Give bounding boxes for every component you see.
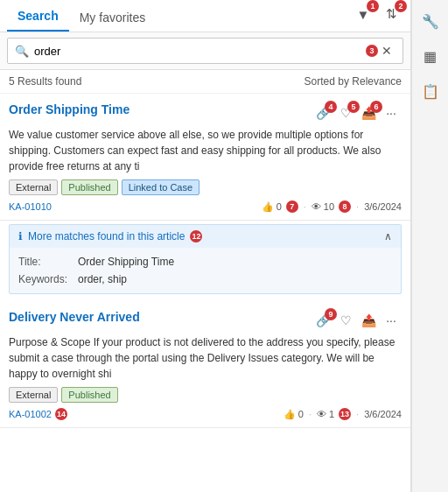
tabs-bar: Search My favorites ▼ 1 ⇅ 2 <box>0 0 410 32</box>
eye-icon-2: 👁 <box>317 409 326 419</box>
article-tags-2: External Published <box>9 387 402 403</box>
stat-likes-1: 👍 0 7 <box>262 200 298 213</box>
tab-favorites[interactable]: My favorites <box>69 2 156 32</box>
match-label-keywords: Keywords: <box>18 273 71 285</box>
article-body-2: Purpose & Scope If your product is not d… <box>9 334 402 382</box>
article-header-2: Delivery Never Arrived 🔗 9 ♡ 📤 ··· <box>9 310 402 331</box>
filter-badge: 1 <box>367 0 379 12</box>
match-value-keywords: order, ship <box>78 273 127 285</box>
article-footer-2: KA-01002 14 👍 0 · 👁 1 13 · 3/6/2024 <box>9 408 402 420</box>
article-like-icon-2[interactable]: ♡ <box>335 310 356 331</box>
chevron-up-icon: ∧ <box>384 230 392 242</box>
info-icon: ℹ <box>18 230 23 242</box>
article-actions-2: 🔗 9 ♡ 📤 ··· <box>312 310 402 331</box>
article-id-2[interactable]: KA-01002 <box>9 409 52 419</box>
article-date-1: 3/6/2024 <box>364 201 402 212</box>
sort-badge: 2 <box>395 0 407 12</box>
wrench-icon: 🔧 <box>422 13 439 30</box>
article-card-1: Order Shipping Time 🔗 4 ♡ 5 📤 6 <box>0 94 410 221</box>
more-matches-body: Title: Order Shipping Time Keywords: ord… <box>10 248 401 293</box>
search-icon: 🔍 <box>15 45 29 58</box>
more-matches-toggle[interactable]: ℹ More matches found in this article 12 … <box>10 225 401 248</box>
results-sort: Sorted by Relevance <box>304 75 402 88</box>
results-list: Order Shipping Time 🔗 4 ♡ 5 📤 6 <box>0 94 410 492</box>
badge-8: 8 <box>339 200 351 213</box>
search-input-wrapper: 🔍 3 ✕ <box>7 38 403 64</box>
tag-linked-1: Linked to Case <box>122 179 200 195</box>
tab-search[interactable]: Search <box>7 0 69 32</box>
article-body-1: We value customer service above all else… <box>9 127 402 174</box>
more-matches-badge: 12 <box>190 230 202 242</box>
more-matches-section: ℹ More matches found in this article 12 … <box>9 224 402 294</box>
more-matches-label: More matches found in this article <box>28 230 185 242</box>
article-header-1: Order Shipping Time 🔗 4 ♡ 5 📤 6 <box>9 102 402 123</box>
eye-icon-1: 👁 <box>312 201 321 212</box>
article-link-icon-1[interactable]: 🔗 4 <box>312 102 333 123</box>
tag-published-2: Published <box>61 387 117 403</box>
sort-button[interactable]: ⇅ 2 <box>379 2 403 26</box>
article-more-icon-1[interactable]: ··· <box>381 102 402 123</box>
clipboard-icon: 📋 <box>422 83 439 100</box>
tag-published-1: Published <box>61 179 117 195</box>
clear-search-button[interactable]: ✕ <box>378 42 396 60</box>
stat-likes-2: 👍 0 <box>284 409 304 420</box>
article-more-icon-2[interactable]: ··· <box>381 310 402 331</box>
search-bar: 🔍 3 ✕ <box>0 32 410 70</box>
main-panel: Search My favorites ▼ 1 ⇅ 2 🔍 3 ✕ 5 Resu… <box>0 0 411 492</box>
article-actions-1: 🔗 4 ♡ 5 📤 6 ··· <box>312 102 402 123</box>
search-input[interactable] <box>34 45 364 58</box>
article-id-badge-2: 14 <box>55 408 67 420</box>
tag-external-1: External <box>9 179 58 195</box>
article-email-icon-2[interactable]: 📤 <box>358 310 379 331</box>
match-row-title: Title: Order Shipping Time <box>18 253 392 271</box>
match-value-title: Order Shipping Time <box>78 256 174 268</box>
sidebar-grid-button[interactable]: ▦ <box>416 42 444 70</box>
badge-13: 13 <box>339 408 351 420</box>
results-count: 5 Results found <box>9 75 81 88</box>
tab-icons: ▼ 1 ⇅ 2 <box>351 2 403 32</box>
article-date-2: 3/6/2024 <box>364 409 402 419</box>
results-info: 5 Results found Sorted by Relevance <box>0 70 410 94</box>
sidebar-clipboard-button[interactable]: 📋 <box>416 77 444 105</box>
stat-views-2: 👁 1 13 <box>317 408 351 420</box>
badge-7: 7 <box>286 200 298 213</box>
tag-external-2: External <box>9 387 58 403</box>
sidebar: 🔧 ▦ 📋 <box>411 0 448 492</box>
article-link-icon-2[interactable]: 🔗 9 <box>312 310 333 331</box>
footer-stats-1: 👍 0 7 · 👁 10 8 · 3/6/2024 <box>262 200 402 213</box>
grid-icon: ▦ <box>424 48 437 65</box>
article-title-1[interactable]: Order Shipping Time <box>9 102 130 116</box>
thumbsup-icon-2: 👍 <box>284 409 296 420</box>
match-row-keywords: Keywords: order, ship <box>18 271 392 288</box>
search-badge: 3 <box>366 45 378 57</box>
article-title-2[interactable]: Delivery Never Arrived <box>9 310 140 324</box>
sidebar-settings-button[interactable]: 🔧 <box>416 7 444 35</box>
article-id-1[interactable]: KA-01010 <box>9 201 52 212</box>
filter-button[interactable]: ▼ 1 <box>351 2 375 26</box>
article-email-icon-1[interactable]: 📤 6 <box>358 102 379 123</box>
article-card-2: Delivery Never Arrived 🔗 9 ♡ 📤 ··· <box>0 301 410 428</box>
article-tags-1: External Published Linked to Case <box>9 179 402 195</box>
article-footer-1: KA-01010 👍 0 7 · 👁 10 8 · 3/6/2024 <box>9 200 402 213</box>
thumbsup-icon-1: 👍 <box>262 201 274 213</box>
stat-views-1: 👁 10 8 <box>312 200 351 213</box>
footer-stats-2: 👍 0 · 👁 1 13 · 3/6/2024 <box>284 408 402 420</box>
match-label-title: Title: <box>18 256 71 268</box>
article-like-icon-1[interactable]: ♡ 5 <box>335 102 356 123</box>
